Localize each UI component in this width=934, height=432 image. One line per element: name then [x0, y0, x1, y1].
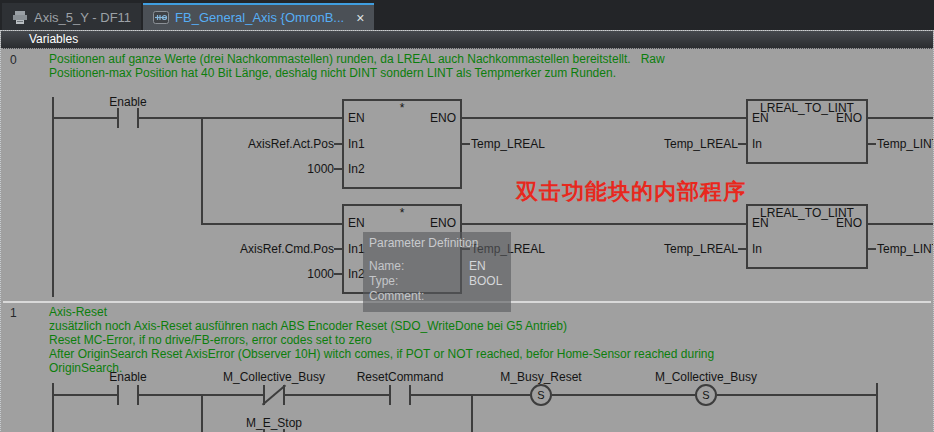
operand-1000[interactable]: 1000: [174, 162, 334, 176]
wire: [462, 117, 746, 119]
pin-in2: In2: [348, 163, 365, 176]
lreal-to-lint-block-1[interactable]: LREAL_TO_LINT EN ENO In: [746, 99, 868, 164]
wire: [868, 223, 933, 225]
pin-eno: ENO: [430, 112, 456, 125]
lreal-to-lint-block-2[interactable]: LREAL_TO_LINT EN ENO In: [746, 204, 868, 269]
contact-label: Enable: [109, 96, 146, 109]
pin-wire: [334, 273, 342, 275]
tooltip-name-label: Name:: [369, 259, 404, 273]
operand-temp-lreal[interactable]: Temp_LREAL: [471, 137, 545, 151]
contact-bar: [117, 108, 119, 128]
parameter-definition-tooltip: Parameter Definition Name: EN Type: BOOL…: [363, 232, 511, 312]
wire: [717, 394, 876, 396]
contact-bar: [137, 385, 139, 405]
operand-temp-lreal[interactable]: Temp_LREAL: [578, 137, 738, 151]
contact-bar: [409, 385, 411, 405]
tab-label: FB_General_Axis {OmronB...: [175, 10, 344, 25]
multiply-block-1[interactable]: * EN ENO In1 In2: [342, 99, 462, 189]
pin-wire: [738, 143, 746, 145]
operand-axisref-act-pos[interactable]: AxisRef.Act.Pos: [174, 137, 334, 151]
tooltip-comment-label: Comment:: [369, 289, 424, 303]
program-icon: [12, 11, 28, 24]
pin-wire: [868, 143, 876, 145]
branch-wire: [471, 394, 473, 432]
contact-label: ResetCommand: [357, 371, 444, 384]
pin-in: In: [752, 138, 762, 151]
pin-in: In: [752, 243, 762, 256]
coil-busy-reset[interactable]: M_Busy_Reset S: [530, 371, 552, 407]
right-power-rail: [876, 383, 878, 432]
ladder-editor: Variables 0 Positionen auf ganze Werte (…: [0, 30, 934, 432]
tab-bar: Axis_5_Y - DF11 FB_General_Axis {OmronB.…: [0, 0, 934, 30]
wire: [139, 117, 342, 119]
tooltip-title: Parameter Definition: [369, 236, 478, 250]
pin-en: EN: [348, 217, 365, 230]
wire: [868, 117, 933, 119]
operand-axisref-cmd-pos[interactable]: AxisRef.Cmd.Pos: [174, 242, 334, 256]
pin-wire: [868, 248, 876, 250]
pin-wire: [738, 248, 746, 250]
operand-temp-lreal[interactable]: Temp_LREAL: [578, 242, 738, 256]
contact-enable[interactable]: Enable: [117, 96, 139, 128]
coil-label: M_Collective_Busy: [655, 371, 757, 384]
pin-in1: In1: [348, 138, 365, 151]
contact-reset-command[interactable]: ResetCommand: [389, 371, 411, 405]
contact-label: M_Collective_Busy: [223, 371, 325, 384]
set-coil-symbol: S: [530, 384, 552, 406]
pin-wire: [334, 248, 342, 250]
contact-collective-busy-nc[interactable]: M_Collective_Busy: [263, 371, 285, 405]
left-power-rail: [52, 97, 54, 297]
close-icon[interactable]: ×: [356, 11, 364, 25]
pin-eno: ENO: [836, 217, 862, 230]
pin-eno: ENO: [836, 112, 862, 125]
pin-wire: [334, 143, 342, 145]
contact-enable[interactable]: Enable: [117, 371, 139, 405]
wire: [52, 117, 117, 119]
operand-temp-lint[interactable]: Temp_LINT: [877, 137, 933, 151]
tooltip-type-label: Type:: [369, 274, 398, 288]
contact-bar: [117, 385, 119, 405]
wire: [552, 394, 695, 396]
contact-bar: [389, 385, 391, 405]
variables-label: Variables: [29, 32, 78, 46]
wire: [52, 394, 117, 396]
ladder-program-icon: [153, 11, 169, 24]
left-power-rail: [52, 383, 54, 432]
annotation-text[interactable]: 双击功能块的内部程序: [516, 177, 746, 207]
wire: [201, 223, 342, 225]
rung-number: 1: [10, 306, 17, 320]
tooltip-type-value: BOOL: [469, 274, 502, 288]
operand-1000[interactable]: 1000: [174, 267, 334, 281]
pin-wire: [462, 143, 470, 145]
pin-en: EN: [752, 217, 769, 230]
operand-temp-lint[interactable]: Temp_LINT: [877, 242, 933, 256]
tooltip-name-value: EN: [469, 259, 486, 273]
tab-fb-general-axis[interactable]: FB_General_Axis {OmronB... ×: [143, 3, 374, 30]
wire: [462, 223, 746, 225]
set-coil-symbol: S: [695, 384, 717, 406]
contact-e-stop[interactable]: M_E_Stop: [263, 417, 285, 432]
tab-axis-5-y[interactable]: Axis_5_Y - DF11: [2, 3, 141, 30]
pin-en: EN: [752, 112, 769, 125]
branch-wire: [201, 394, 203, 432]
contact-bar: [137, 108, 139, 128]
variables-section-header[interactable]: Variables: [1, 31, 933, 49]
coil-label: M_Busy_Reset: [500, 371, 581, 384]
rung1-comment[interactable]: Axis-Reset zusätzlich noch Axis-Reset au…: [49, 305, 714, 375]
ladder-canvas[interactable]: 0 Positionen auf ganze Werte (drei Nachk…: [1, 49, 933, 432]
rung0-comment[interactable]: Positionen auf ganze Werte (drei Nachkom…: [49, 52, 665, 80]
pin-wire: [334, 168, 342, 170]
sysmac-ladder-editor-window: { "window": { "tabs": [ { "label": "Axis…: [0, 0, 934, 432]
pin-en: EN: [348, 112, 365, 125]
contact-label: M_E_Stop: [246, 417, 302, 430]
pin-eno: ENO: [430, 217, 456, 230]
coil-collective-busy[interactable]: M_Collective_Busy S: [695, 371, 717, 407]
contact-label: Enable: [109, 371, 146, 384]
wire: [285, 394, 389, 396]
rung-number: 0: [10, 53, 17, 67]
tab-label: Axis_5_Y - DF11: [34, 10, 131, 25]
